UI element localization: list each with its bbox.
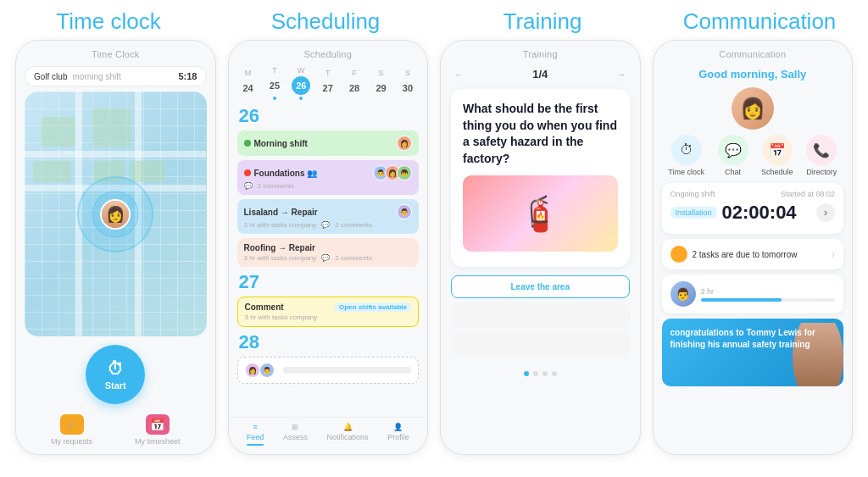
icon-label-dir: Directory [806, 168, 837, 176]
start-button[interactable]: ⏱ Start [86, 345, 145, 404]
svg-rect-5 [92, 108, 131, 147]
answer-3[interactable] [451, 332, 630, 356]
forward-arrow[interactable]: → [616, 69, 626, 80]
profile-icon: 👤 [393, 423, 403, 431]
notif-icon: 🔔 [343, 423, 353, 431]
training-progress: 1/4 [532, 68, 548, 80]
avatar-4: 👦 [397, 165, 412, 180]
training-answers: Leave the area [441, 270, 640, 366]
phone-communication: Communication Good morning, Sally 👩 ⏱ Ti… [653, 40, 854, 455]
date-28: 28 [237, 331, 420, 353]
task-card[interactable]: 2 tasks are due to tomorrow › [662, 239, 844, 269]
schedule-icon: 📅 [762, 135, 793, 165]
user-location-avatar: 👩 [100, 199, 131, 230]
title-training: Training [434, 8, 651, 35]
nav-item-timesheet[interactable]: 📅 My timesheet [135, 414, 181, 446]
assess-label: Assess [283, 433, 308, 441]
answer-1[interactable]: Leave the area [451, 275, 630, 298]
icon-label-chat: Chat [725, 168, 741, 176]
icon-directory[interactable]: 📞 Directory [806, 135, 837, 176]
location-shift: morning shift [72, 72, 120, 81]
timesheet-label: My timesheet [135, 437, 181, 446]
date-27: 27 [237, 271, 420, 293]
feature-icons-row: ⏱ Time clock 💬 Chat 📅 Schedule 📞 Directo… [654, 135, 853, 183]
nav-item-requests[interactable]: ✓ My requests [51, 414, 92, 446]
week-calendar: M 24 T 25 W 26 T 27 F [229, 63, 428, 105]
icon-chat[interactable]: 💬 Chat [718, 135, 748, 176]
directory-icon: 📞 [806, 135, 837, 165]
shift-lisaland[interactable]: Lisaland → Repair 👨 3 hr with tasks comp… [237, 199, 420, 234]
shift-roofing[interactable]: Roofing → Repair 3 hr with tasks company… [237, 238, 420, 267]
greeting-text: Good morning, Sally [654, 63, 853, 84]
icon-label-sched: Schedule [761, 168, 793, 176]
training-question: What should be the first thing you do wh… [463, 101, 618, 167]
shift-name: Roofing → Repair [244, 243, 315, 252]
user-progress-card: 👨 3 hr [662, 275, 844, 313]
shift-row: 👩 👨 [245, 363, 412, 378]
shift-foundations[interactable]: Foundations 👥 👨 👩 👦 💬 2 comments [237, 160, 420, 195]
clock-time: 5:18 [178, 71, 197, 81]
shift-sub: 3 hr with tasks company 💬 2 comments [244, 254, 413, 262]
date-26: 26 [237, 105, 420, 127]
map-area: 👩 [25, 92, 207, 336]
shift-started: Started at 08:02 [781, 190, 835, 198]
titles-row: Time clock Scheduling Training Communica… [0, 0, 868, 40]
dot-1 [524, 371, 529, 376]
shift-row: Morning shift 👩 [244, 136, 413, 151]
nav-feed[interactable]: ≡ Feed [247, 423, 264, 446]
day-mon[interactable]: M 24 [239, 69, 258, 97]
user-avatar: 👩 [732, 87, 774, 130]
svg-rect-6 [33, 161, 71, 182]
training-image-emoji: 🧯 [519, 194, 561, 234]
day-dot [273, 97, 276, 100]
day-tue[interactable]: T 25 [265, 66, 284, 100]
nav-assess[interactable]: ⊞ Assess [283, 423, 308, 446]
shift-name: Lisaland → Repair [244, 208, 318, 217]
announce-text: congratulations to Tommy Lewis for finis… [670, 327, 836, 351]
day-wed[interactable]: W 26 [292, 66, 310, 100]
day-sat[interactable]: S 29 [372, 69, 391, 97]
nav-notifications[interactable]: 🔔 Notifications [327, 423, 369, 446]
answer-2[interactable] [451, 303, 630, 327]
shift-row: Comment Open shifts available [245, 302, 412, 312]
shift-morning[interactable]: Morning shift 👩 [237, 130, 420, 156]
icon-schedule[interactable]: 📅 Schedule [761, 135, 793, 176]
day-thu[interactable]: T 27 [319, 69, 337, 97]
task-chevron: › [832, 248, 835, 260]
assess-icon: ⊞ [292, 423, 298, 431]
shift-outline[interactable]: 👩 👨 [237, 357, 420, 384]
requests-label: My requests [51, 437, 92, 446]
requests-icon: ✓ [60, 414, 84, 435]
answer-text-1: Leave the area [511, 282, 570, 291]
shift-avatars: 👩 [400, 136, 412, 151]
nav-profile[interactable]: 👤 Profile [387, 423, 409, 446]
shift-chevron[interactable]: › [816, 203, 835, 222]
profile-label: Profile [387, 433, 409, 441]
phone-time-clock: Time Clock Golf club morning shift 5:18 [15, 40, 216, 455]
placeholder-bar [283, 367, 412, 374]
svg-rect-8 [131, 161, 164, 182]
sub-text2: 2 comments [335, 254, 372, 262]
shift-avatars: 👨 [400, 204, 412, 219]
phone-scheduling: Scheduling M 24 T 25 W 26 T [228, 40, 429, 455]
nav-underline [247, 444, 264, 446]
shift-dot [244, 169, 251, 176]
phones-row: Time Clock Golf club morning shift 5:18 [0, 40, 868, 477]
location-bar[interactable]: Golf club morning shift 5:18 [25, 66, 207, 86]
shift-name: Morning shift [254, 139, 308, 148]
tc-bottom-nav: ✓ My requests 📅 My timesheet [16, 409, 215, 454]
shift-info: Installation 02:00:04 [670, 202, 817, 224]
icon-time-clock[interactable]: ⏱ Time clock [668, 135, 704, 176]
day-fri[interactable]: F 28 [345, 69, 364, 97]
sub-icon: 💬 [321, 221, 330, 229]
timesheet-icon: 📅 [146, 414, 170, 435]
feed-label: Feed [247, 433, 264, 441]
shift-comment[interactable]: Comment Open shifts available 3 hr with … [237, 297, 420, 327]
avatar-5: 👨 [397, 204, 412, 219]
sub-text: 3 hr with tasks company [244, 221, 317, 229]
start-label: Start [105, 380, 126, 391]
back-arrow[interactable]: ← [454, 69, 464, 80]
sub-text: 3 hr with tasks company [245, 313, 318, 321]
phone-header-sched: Scheduling [229, 41, 428, 63]
day-sun[interactable]: S 30 [398, 69, 417, 97]
